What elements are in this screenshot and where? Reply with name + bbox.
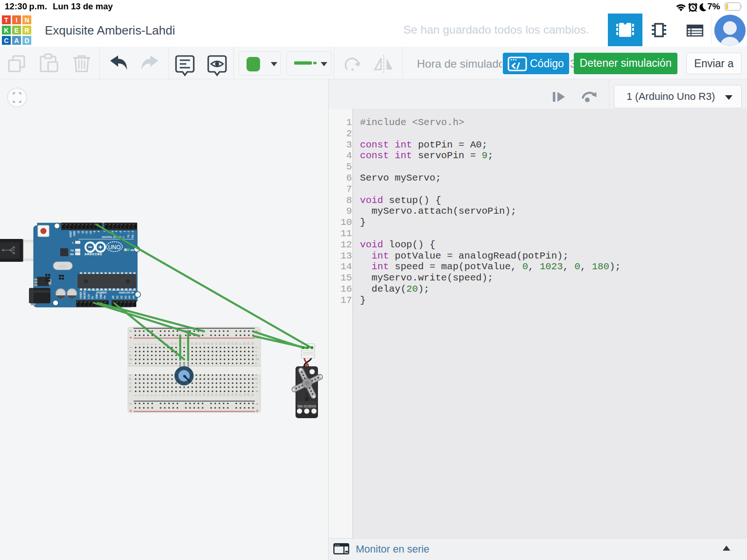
- svg-text:SM-S2309S: SM-S2309S: [297, 404, 316, 408]
- svg-text:d: d: [255, 378, 258, 380]
- svg-text:4: 4: [146, 395, 149, 396]
- svg-text:17: 17: [198, 393, 201, 396]
- svg-text:E: E: [14, 27, 19, 34]
- svg-text:j: j: [128, 347, 132, 348]
- svg-text:~9: ~9: [93, 231, 96, 233]
- svg-text:19: 19: [207, 342, 210, 345]
- svg-text:–: –: [256, 401, 258, 406]
- svg-text:Vin: Vin: [103, 295, 106, 299]
- svg-text:A: A: [14, 37, 19, 44]
- svg-text:23: 23: [223, 342, 226, 345]
- svg-text:2: 2: [138, 395, 141, 396]
- svg-text:a: a: [128, 390, 132, 392]
- svg-text:24: 24: [227, 393, 230, 396]
- svg-text:23: 23: [223, 393, 226, 396]
- svg-text:UNO: UNO: [108, 244, 121, 251]
- svg-text:21: 21: [215, 342, 218, 345]
- svg-text:D: D: [24, 37, 29, 44]
- svg-text:7: 7: [158, 395, 161, 396]
- svg-text:7: 7: [103, 231, 106, 232]
- svg-text:15: 15: [190, 342, 193, 345]
- svg-text:26: 26: [235, 393, 238, 396]
- svg-text:27: 27: [239, 342, 242, 345]
- svg-text:GND: GND: [99, 294, 102, 299]
- svg-text:IOREF: IOREF: [79, 292, 82, 299]
- svg-text:A4: A4: [128, 295, 131, 299]
- svg-text:21: 21: [215, 393, 218, 396]
- svg-text:3: 3: [142, 343, 145, 345]
- svg-text:T: T: [4, 16, 8, 24]
- svg-text:10: 10: [170, 342, 173, 345]
- svg-text:C: C: [4, 37, 8, 44]
- svg-text:11: 11: [174, 394, 177, 396]
- svg-text:+: +: [256, 408, 259, 413]
- svg-text:~10: ~10: [89, 231, 92, 235]
- svg-text:b: b: [128, 386, 132, 388]
- svg-text:TX→1: TX→1: [127, 231, 130, 238]
- svg-text:16: 16: [195, 393, 197, 396]
- svg-text:1: 1: [134, 395, 137, 396]
- svg-text:5: 5: [150, 395, 153, 396]
- svg-text:AREF: AREF: [69, 231, 72, 238]
- svg-text:25: 25: [231, 393, 234, 396]
- svg-text:A1: A1: [116, 295, 119, 299]
- svg-text:+: +: [129, 408, 132, 413]
- svg-text:i: i: [128, 351, 132, 351]
- svg-text:13: 13: [183, 393, 185, 396]
- svg-text:ARDUINO: ARDUINO: [85, 252, 102, 256]
- svg-text:GND: GND: [95, 294, 98, 299]
- svg-text:22: 22: [219, 342, 222, 345]
- svg-text:30: 30: [251, 342, 254, 345]
- svg-text:f: f: [128, 363, 132, 364]
- svg-text:12: 12: [81, 231, 84, 233]
- svg-text:16: 16: [195, 342, 197, 345]
- svg-text:6: 6: [154, 343, 157, 345]
- svg-text:R: R: [24, 27, 29, 34]
- svg-text:20: 20: [211, 342, 213, 345]
- svg-text:18: 18: [203, 393, 205, 396]
- svg-text:6: 6: [154, 395, 157, 396]
- svg-text:5: 5: [150, 343, 153, 345]
- svg-text:28: 28: [243, 342, 246, 345]
- svg-text:2: 2: [123, 231, 126, 232]
- svg-text:g: g: [128, 358, 132, 360]
- svg-text:14: 14: [186, 393, 189, 396]
- svg-text:5V: 5V: [91, 296, 94, 299]
- svg-text:b: b: [255, 386, 258, 388]
- svg-text:A2: A2: [120, 295, 123, 299]
- svg-text:13: 13: [77, 231, 80, 233]
- svg-text:K: K: [4, 27, 8, 34]
- svg-text:10: 10: [170, 393, 173, 396]
- svg-text:I: I: [16, 16, 18, 24]
- svg-text:8: 8: [97, 231, 100, 232]
- svg-text:29: 29: [247, 342, 250, 345]
- svg-text:A3: A3: [124, 295, 127, 299]
- svg-text:ON: ON: [131, 249, 134, 252]
- svg-text:i: i: [255, 351, 258, 351]
- svg-text:+: +: [129, 335, 132, 340]
- svg-text:30: 30: [251, 393, 254, 396]
- svg-text:A5: A5: [132, 295, 135, 299]
- svg-text:e: e: [255, 374, 258, 376]
- svg-text:~3: ~3: [119, 231, 122, 233]
- svg-text:h: h: [128, 354, 132, 356]
- svg-text:4: 4: [146, 343, 149, 345]
- svg-text:ANALOG IN: ANALOG IN: [119, 291, 134, 294]
- svg-text:–: –: [129, 329, 132, 333]
- svg-text:7: 7: [158, 343, 161, 345]
- svg-text:N: N: [24, 16, 29, 24]
- svg-text:16MHz: 16MHz: [58, 265, 67, 268]
- svg-text:18: 18: [203, 342, 205, 345]
- svg-text:25: 25: [231, 342, 234, 345]
- svg-text:a: a: [255, 390, 258, 392]
- svg-text:28: 28: [243, 393, 246, 396]
- svg-text:13: 13: [183, 342, 185, 345]
- svg-text:24: 24: [227, 342, 230, 345]
- svg-text:g: g: [255, 358, 259, 360]
- svg-text:9: 9: [166, 395, 169, 396]
- svg-text:2: 2: [138, 343, 141, 345]
- svg-text:3.3V: 3.3V: [87, 294, 90, 299]
- svg-text:f: f: [255, 363, 258, 364]
- svg-text:17: 17: [198, 342, 201, 345]
- svg-text:15: 15: [190, 393, 193, 396]
